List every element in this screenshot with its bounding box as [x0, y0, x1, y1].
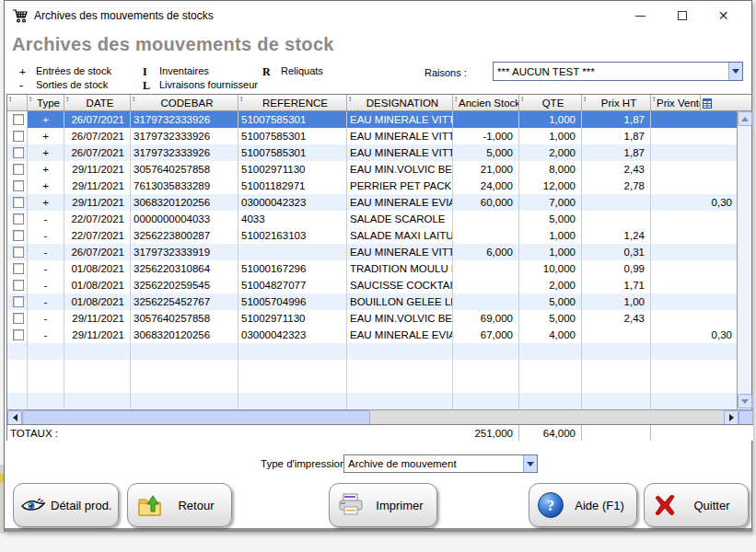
- row-checkbox[interactable]: [13, 230, 24, 241]
- cell-date[interactable]: 29/11/2021: [64, 194, 131, 211]
- cell-qte[interactable]: 4,000: [519, 327, 582, 343]
- cell-select[interactable]: [7, 211, 28, 227]
- cell-qte[interactable]: 1,000: [519, 111, 582, 128]
- cell-select[interactable]: [7, 144, 28, 161]
- cell-qte[interactable]: 2,000: [519, 144, 582, 161]
- row-checkbox[interactable]: [13, 263, 24, 274]
- cell-date[interactable]: 26/07/2021: [64, 128, 131, 144]
- cell-reference[interactable]: 51007585301: [238, 144, 347, 161]
- row-checkbox[interactable]: [13, 313, 24, 324]
- cell-prix_ht[interactable]: 1,71: [582, 277, 651, 293]
- cell-codebar[interactable]: 3057640257858: [131, 161, 238, 178]
- cell-date[interactable]: 29/11/2021: [64, 327, 131, 343]
- header-qte[interactable]: ↕QTE: [519, 95, 582, 110]
- cell-type[interactable]: -: [28, 211, 64, 227]
- cell-select[interactable]: [7, 227, 28, 244]
- cell-prix_vente[interactable]: [651, 111, 739, 128]
- header-date[interactable]: ↕DATE: [64, 95, 131, 110]
- cell-reference[interactable]: 51001182971: [238, 178, 347, 194]
- table-row[interactable]: -01/08/2021325622545276751005704996BOUIL…: [7, 293, 739, 310]
- cell-type[interactable]: -: [28, 327, 64, 343]
- cell-designation[interactable]: SAUCISSE COCKTAIL: [347, 277, 453, 293]
- cell-prix_vente[interactable]: [651, 178, 739, 194]
- cell-prix_ht[interactable]: 2,43: [582, 161, 651, 178]
- cell-designation[interactable]: SALADE MAXI LAITUE: [347, 227, 453, 244]
- cell-codebar[interactable]: 3179732333926: [131, 144, 238, 161]
- cell-reference[interactable]: 51007585301: [238, 128, 347, 144]
- raisons-select[interactable]: *** AUCUN TEST ***: [493, 62, 743, 81]
- cell-prix_ht[interactable]: [582, 194, 651, 211]
- row-checkbox[interactable]: [13, 280, 24, 291]
- cell-prix_vente[interactable]: [651, 293, 739, 310]
- cell-date[interactable]: 26/07/2021: [64, 244, 131, 260]
- cell-ancien_stock[interactable]: 67,000: [453, 327, 519, 343]
- cell-date[interactable]: 22/07/2021: [64, 227, 131, 244]
- row-checkbox[interactable]: [13, 114, 24, 125]
- cell-type[interactable]: -: [28, 293, 64, 310]
- header-designation[interactable]: ↕DESIGNATION: [347, 95, 453, 110]
- cell-type[interactable]: -: [28, 227, 64, 244]
- cell-type[interactable]: +: [28, 128, 64, 144]
- table-row[interactable]: +29/11/2021305764025785851002971130EAU M…: [7, 161, 739, 178]
- row-checkbox[interactable]: [13, 213, 24, 224]
- row-checkbox[interactable]: [13, 131, 24, 142]
- table-row[interactable]: -22/07/2021325622380028751002163103SALAD…: [7, 227, 739, 244]
- cell-codebar[interactable]: 3256220310864: [131, 260, 238, 277]
- cell-date[interactable]: 01/08/2021: [64, 277, 131, 293]
- cell-reference[interactable]: 51005704996: [238, 293, 347, 310]
- header-prix-vente[interactable]: ↕Prix Vente: [651, 95, 701, 110]
- cell-designation[interactable]: EAU MINERALE EVIAN: [347, 327, 453, 343]
- table-row[interactable]: +29/11/2021306832012025603000042323EAU M…: [7, 194, 739, 211]
- cell-prix_ht[interactable]: 0,31: [582, 244, 651, 260]
- cell-ancien_stock[interactable]: 21,000: [453, 161, 519, 178]
- cell-designation[interactable]: TRADITION MOULU D: [347, 260, 453, 277]
- cell-codebar[interactable]: 3256220259545: [131, 277, 238, 293]
- cell-qte[interactable]: 5,000: [519, 310, 582, 327]
- cell-prix_ht[interactable]: 0,99: [582, 260, 651, 277]
- cell-designation[interactable]: BOUILLON GELEE LEG: [347, 293, 453, 310]
- cell-reference[interactable]: 51002163103: [238, 227, 347, 244]
- cell-prix_ht[interactable]: 1,87: [582, 128, 651, 144]
- cell-qte[interactable]: 5,000: [519, 293, 582, 310]
- cell-reference[interactable]: 51004827077: [238, 277, 347, 293]
- cell-ancien_stock[interactable]: 6,000: [453, 244, 519, 260]
- cell-prix_vente[interactable]: [651, 211, 739, 227]
- cell-reference[interactable]: [238, 244, 347, 260]
- cell-ancien_stock[interactable]: [453, 227, 519, 244]
- header-select[interactable]: ↕: [7, 95, 28, 110]
- cell-ancien_stock[interactable]: [453, 111, 519, 128]
- cell-prix_vente[interactable]: 0,30: [651, 194, 739, 211]
- cell-prix_vente[interactable]: [651, 128, 739, 144]
- cell-designation[interactable]: EAU MIN.VOLVIC BEA: [347, 310, 453, 327]
- cell-qte[interactable]: 1,000: [519, 244, 582, 260]
- print-type-dropdown-button[interactable]: [523, 455, 537, 472]
- cell-ancien_stock[interactable]: 24,000: [453, 178, 519, 194]
- cell-prix_ht[interactable]: [582, 327, 651, 343]
- cell-select[interactable]: [7, 161, 28, 178]
- cell-select[interactable]: [7, 128, 28, 144]
- cell-type[interactable]: -: [28, 277, 64, 293]
- table-row[interactable]: -29/11/2021306832012025603000042323EAU M…: [7, 327, 739, 343]
- cell-select[interactable]: [7, 310, 28, 327]
- row-checkbox[interactable]: [13, 197, 24, 208]
- table-row[interactable]: +29/11/2021761303583328951001182971PERRI…: [7, 178, 739, 194]
- cell-prix_ht[interactable]: 1,24: [582, 227, 651, 244]
- cell-date[interactable]: 29/11/2021: [64, 178, 131, 194]
- row-checkbox[interactable]: [13, 164, 24, 175]
- cell-qte[interactable]: 5,000: [519, 211, 582, 227]
- maximize-button[interactable]: [661, 1, 703, 30]
- cell-select[interactable]: [7, 293, 28, 310]
- cell-prix_ht[interactable]: [582, 211, 651, 227]
- cell-date[interactable]: 26/07/2021: [64, 144, 131, 161]
- cell-codebar[interactable]: 3256225452767: [131, 293, 238, 310]
- cell-reference[interactable]: 51007585301: [238, 111, 347, 128]
- cell-designation[interactable]: SALADE SCAROLE: [347, 211, 453, 227]
- cell-ancien_stock[interactable]: 5,000: [453, 144, 519, 161]
- cell-codebar[interactable]: 3179732333919: [131, 244, 238, 260]
- cell-codebar[interactable]: 0000000004033: [131, 211, 238, 227]
- table-row[interactable]: -01/08/2021325622031086451000167296TRADI…: [7, 260, 739, 277]
- table-row[interactable]: +26/07/2021317973233392651007585301EAU M…: [7, 128, 739, 144]
- cell-date[interactable]: 22/07/2021: [64, 211, 131, 227]
- cell-reference[interactable]: 51002971130: [238, 310, 347, 327]
- scroll-down-button[interactable]: [738, 394, 752, 408]
